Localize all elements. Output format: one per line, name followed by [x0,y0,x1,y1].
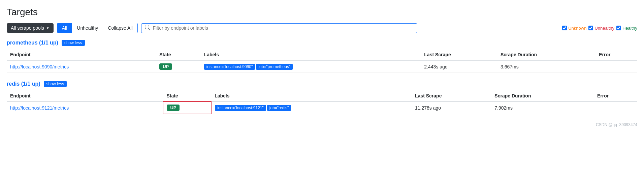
filter-collapse-button[interactable]: Collapse All [103,23,137,33]
filter-unhealthy-button[interactable]: Unhealthy [72,23,103,33]
label-tag: job="prometheus" [256,64,293,70]
endpoint-cell: http://localhost:9121/metrics [7,101,163,114]
toolbar: All scrape pools All Unhealthy Collapse … [7,23,637,33]
state-badge: UP [167,105,180,111]
error-cell [594,101,637,114]
section-title-prometheus: prometheus (1/1 up)show less [7,40,637,46]
last-scrape-cell: 2.443s ago [421,60,497,73]
th-scrape_duration: Scrape Duration [491,90,594,101]
unknown-checkbox[interactable] [562,26,567,30]
label-tag: instance="localhost:9121" [215,105,266,111]
search-wrapper [141,23,417,33]
th-error: Error [595,49,637,60]
table-redis: EndpointStateLabelsLast ScrapeScrape Dur… [7,90,637,114]
section-title-redis: redis (1/1 up)show less [7,81,637,87]
th-error: Error [594,90,637,101]
search-input[interactable] [153,25,414,31]
scrape-duration-cell: 3.667ms [497,60,595,73]
th-scrape_duration: Scrape Duration [497,49,595,60]
table-row: http://localhost:9090/metricsUPinstance=… [7,60,637,73]
status-badges: Unknown Unhealthy Healthy [562,26,637,31]
th-endpoint: Endpoint [7,49,156,60]
state-cell: UP [163,101,211,114]
show-less-button-prometheus[interactable]: show less [62,40,85,46]
unhealthy-label: Unhealthy [594,26,614,31]
unknown-label: Unknown [568,26,586,31]
footer-credit: CSDN @qq_39093474 [7,122,637,127]
th-last_scrape: Last Scrape [412,90,491,101]
filter-all-button[interactable]: All [57,23,72,33]
endpoint-cell: http://localhost:9090/metrics [7,60,156,73]
state-badge: UP [159,63,172,70]
healthy-badge: Healthy [616,26,637,31]
table-prometheus: EndpointStateLabelsLast ScrapeScrape Dur… [7,49,637,73]
search-icon [145,25,150,31]
th-labels: Labels [201,49,421,60]
section-redis: redis (1/1 up)show lessEndpointStateLabe… [7,81,637,114]
table-row: http://localhost:9121/metricsUPinstance=… [7,101,637,114]
healthy-label: Healthy [622,26,637,31]
section-heading-redis: redis (1/1 up) [7,81,40,87]
page-title: Targets [7,7,637,18]
section-heading-prometheus: prometheus (1/1 up) [7,40,58,46]
state-cell: UP [156,60,200,73]
filter-group: All Unhealthy Collapse All [57,23,138,33]
healthy-checkbox[interactable] [616,26,621,30]
labels-cell: instance="localhost:9090"job="prometheus… [201,60,421,73]
sections-container: prometheus (1/1 up)show lessEndpointStat… [7,40,637,114]
unknown-badge: Unknown [562,26,586,31]
endpoint-link[interactable]: http://localhost:9090/metrics [10,64,69,69]
th-last_scrape: Last Scrape [421,49,497,60]
endpoint-link[interactable]: http://localhost:9121/metrics [10,105,69,111]
th-endpoint: Endpoint [7,90,163,101]
th-state: State [156,49,200,60]
section-prometheus: prometheus (1/1 up)show lessEndpointStat… [7,40,637,73]
label-tag: instance="localhost:9090" [204,64,255,70]
labels-cell: instance="localhost:9121"job="redis" [211,101,412,114]
show-less-button-redis[interactable]: show less [44,81,67,87]
last-scrape-cell: 11.278s ago [412,101,491,114]
scrape-duration-cell: 7.902ms [491,101,594,114]
label-tag: job="redis" [267,105,291,111]
th-state: State [163,90,211,101]
unhealthy-checkbox[interactable] [588,26,593,30]
unhealthy-badge: Unhealthy [588,26,614,31]
error-cell [595,60,637,73]
th-labels: Labels [211,90,412,101]
scrape-pools-dropdown[interactable]: All scrape pools [7,23,54,33]
